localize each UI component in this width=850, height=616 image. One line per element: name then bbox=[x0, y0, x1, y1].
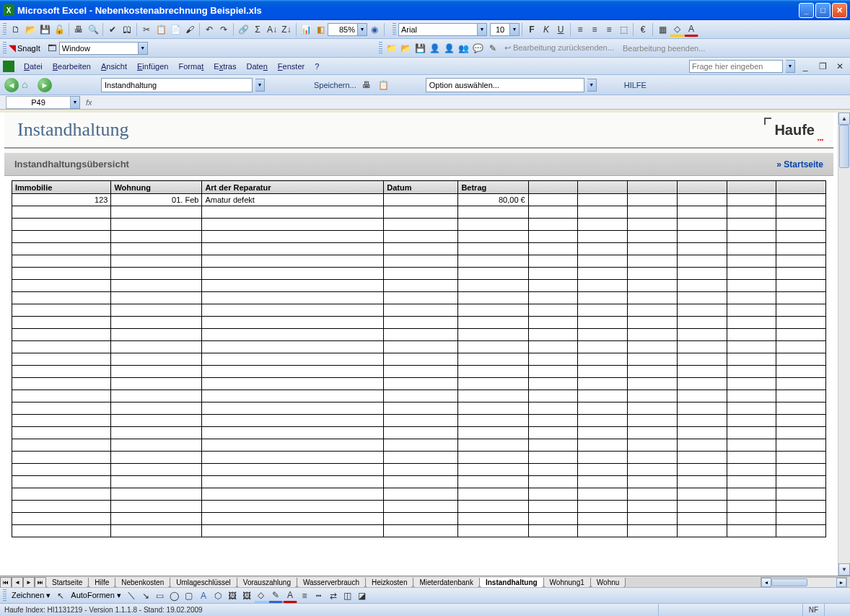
table-row[interactable] bbox=[12, 341, 826, 353]
fill-color-icon[interactable]: ◇ bbox=[254, 589, 268, 603]
permission-icon[interactable]: 🔓 bbox=[52, 22, 66, 37]
print-icon[interactable]: 🖶 bbox=[359, 78, 374, 92]
sheet-tab-wohnu[interactable]: Wohnu bbox=[590, 578, 626, 588]
table-row[interactable] bbox=[12, 402, 826, 415]
column-header[interactable] bbox=[528, 181, 578, 194]
currency-icon[interactable]: € bbox=[636, 22, 650, 37]
format-painter-icon[interactable]: 🖌 bbox=[183, 22, 197, 37]
close-button[interactable]: ✕ bbox=[832, 3, 847, 18]
track-icon[interactable]: ✎ bbox=[486, 41, 500, 56]
save-link[interactable]: Speichern... bbox=[314, 81, 356, 89]
help-icon[interactable]: ◉ bbox=[367, 22, 382, 37]
align-left-icon[interactable]: ≡ bbox=[573, 22, 587, 37]
undo-icon[interactable]: ↶ bbox=[202, 22, 216, 37]
toolbar-grip[interactable] bbox=[3, 23, 6, 36]
toolbar-grip[interactable] bbox=[3, 42, 6, 55]
hscroll-right-button[interactable]: ► bbox=[836, 578, 846, 587]
table-row[interactable] bbox=[12, 353, 826, 366]
sheet-tab-instandhaltung[interactable]: Instandhaltung bbox=[479, 578, 544, 588]
spellcheck-icon[interactable]: ✔ bbox=[105, 22, 120, 37]
snagit-icon[interactable]: ◥ bbox=[9, 43, 16, 53]
italic-icon[interactable]: K bbox=[539, 22, 553, 37]
wordart-icon[interactable]: A bbox=[196, 589, 211, 603]
column-header[interactable]: Datum bbox=[384, 181, 458, 194]
table-row[interactable] bbox=[12, 488, 826, 501]
sheet-tab-mieterdatenbank[interactable]: Mieterdatenbank bbox=[413, 578, 480, 588]
table-row[interactable] bbox=[12, 219, 826, 231]
merge-center-icon[interactable]: ⬚ bbox=[616, 22, 631, 37]
table-row[interactable] bbox=[12, 525, 826, 537]
print-preview-icon[interactable]: 🔍 bbox=[86, 22, 100, 37]
location-combo[interactable]: Instandhaltung bbox=[101, 78, 253, 92]
column-header[interactable]: Immobilie bbox=[12, 181, 111, 194]
table-row[interactable] bbox=[12, 390, 826, 402]
line-style-icon[interactable]: ≡ bbox=[297, 589, 312, 603]
select-objects-icon[interactable]: ↖ bbox=[53, 589, 68, 603]
textbox-icon[interactable]: ▢ bbox=[182, 589, 196, 603]
menu-bearbeiten[interactable]: Bearbeiten bbox=[48, 60, 96, 73]
paste-icon[interactable]: 📄 bbox=[168, 22, 183, 37]
font-name-dropdown[interactable]: ▼ bbox=[478, 23, 487, 36]
menu-ansicht[interactable]: Ansicht bbox=[96, 60, 132, 73]
column-header[interactable]: Betrag bbox=[458, 181, 528, 194]
line-icon[interactable]: ＼ bbox=[124, 589, 139, 603]
workbook-restore-icon[interactable]: ❐ bbox=[815, 59, 830, 74]
chart-wizard-icon[interactable]: 📊 bbox=[299, 22, 313, 37]
font-color-icon[interactable]: A bbox=[283, 589, 297, 603]
help-search-dropdown[interactable]: ▼ bbox=[786, 60, 795, 73]
print-icon[interactable]: 🖶 bbox=[71, 22, 86, 37]
new-icon[interactable]: 🗋 bbox=[9, 22, 23, 37]
table-row[interactable]: 12301. FebAmatur defekt80,00 € bbox=[12, 194, 826, 206]
data-grid[interactable]: ImmobilieWohnungArt der ReparaturDatumBe… bbox=[12, 180, 826, 537]
sheet-tab-wasserverbrauch[interactable]: Wasserverbrauch bbox=[297, 578, 366, 588]
table-row[interactable] bbox=[12, 427, 826, 439]
diagram-icon[interactable]: ⬡ bbox=[211, 589, 225, 603]
table-row[interactable] bbox=[12, 476, 826, 488]
option-dropdown[interactable]: ▼ bbox=[587, 79, 597, 92]
vertical-scrollbar[interactable]: ▲ ▼ bbox=[838, 113, 850, 576]
start-link[interactable]: » Startseite bbox=[776, 159, 823, 170]
minimize-button[interactable]: _ bbox=[799, 3, 814, 18]
nav-forward-button[interactable]: ► bbox=[38, 78, 52, 92]
review-return-button[interactable]: ↩ Bearbeitung zurücksenden... bbox=[500, 43, 618, 53]
scroll-up-button[interactable]: ▲ bbox=[838, 113, 850, 125]
table-row[interactable] bbox=[12, 513, 826, 525]
table-row[interactable] bbox=[12, 317, 826, 329]
menu-daten[interactable]: Daten bbox=[241, 60, 272, 73]
table-row[interactable] bbox=[12, 280, 826, 292]
reviewer2-icon[interactable]: 👤 bbox=[442, 41, 457, 56]
location-dropdown[interactable]: ▼ bbox=[255, 79, 265, 92]
toolbar-grip[interactable] bbox=[379, 42, 382, 55]
toolbar-grip[interactable] bbox=[3, 589, 6, 602]
column-header[interactable]: Wohnung bbox=[111, 181, 202, 194]
menu-datei[interactable]: Datei bbox=[19, 60, 48, 73]
table-row[interactable] bbox=[12, 329, 826, 341]
hscroll-left-button[interactable]: ◄ bbox=[761, 578, 771, 587]
table-row[interactable] bbox=[12, 452, 826, 464]
drawing-icon[interactable]: ◧ bbox=[313, 22, 328, 37]
snagit-window-icon[interactable]: 🗔 bbox=[45, 41, 59, 56]
zoom-dropdown[interactable]: ▼ bbox=[358, 23, 367, 36]
menu-fenster[interactable]: Fenster bbox=[273, 60, 310, 73]
reviewer1-icon[interactable]: 👤 bbox=[428, 41, 442, 56]
underline-icon[interactable]: U bbox=[553, 22, 568, 37]
save-icon[interactable]: 💾 bbox=[38, 22, 52, 37]
help-link[interactable]: HILFE bbox=[624, 81, 647, 89]
scroll-thumb[interactable] bbox=[839, 125, 849, 168]
font-size-input[interactable] bbox=[490, 23, 510, 36]
autosum-icon[interactable]: Σ bbox=[250, 22, 265, 37]
research-icon[interactable]: 🕮 bbox=[120, 22, 134, 37]
open-folder-icon[interactable]: 📂 bbox=[399, 41, 413, 56]
sheet-tab-vorauszahlung[interactable]: Vorauszahlung bbox=[237, 578, 297, 588]
reviewer3-icon[interactable]: 👥 bbox=[457, 41, 471, 56]
open-icon[interactable]: 📂 bbox=[23, 22, 38, 37]
menu-?[interactable]: ? bbox=[310, 60, 324, 73]
oval-icon[interactable]: ◯ bbox=[167, 589, 182, 603]
fill-color-icon[interactable]: ◇ bbox=[670, 22, 684, 37]
align-right-icon[interactable]: ≡ bbox=[602, 22, 616, 37]
comment-icon[interactable]: 💬 bbox=[471, 41, 486, 56]
review-end-button[interactable]: Bearbeitung beenden... bbox=[618, 44, 709, 53]
name-box-dropdown[interactable]: ▼ bbox=[71, 96, 80, 109]
save-all-icon[interactable]: 💾 bbox=[413, 41, 428, 56]
font-color-icon[interactable]: A bbox=[684, 22, 698, 37]
